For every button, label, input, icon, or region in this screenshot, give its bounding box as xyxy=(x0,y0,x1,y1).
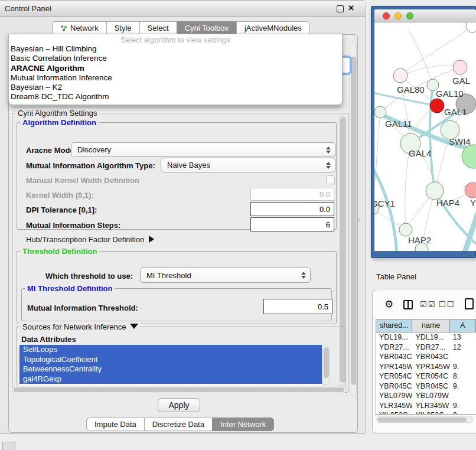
network-edge[interactable] xyxy=(374,112,380,208)
mac-close-icon[interactable] xyxy=(383,12,390,19)
column-header-name[interactable]: name xyxy=(412,319,449,332)
aracne-mode-combo[interactable]: Discovery xyxy=(71,142,335,157)
table-cell: YDR27... xyxy=(412,343,449,353)
bottom-tabstrip: Impute DataDiscretize DataInfer Network xyxy=(86,418,274,431)
network-edge[interactable] xyxy=(409,31,433,85)
data-attribute-item[interactable]: gal4RGexp xyxy=(19,374,322,384)
hub-definition-toggle[interactable]: Hub/Transcription Factor Definition xyxy=(26,235,154,244)
aracne-mode-value: Discovery xyxy=(77,145,111,154)
dpi-tolerance-field[interactable] xyxy=(250,202,334,216)
network-node-y[interactable] xyxy=(465,182,476,198)
control-panel-titlebar[interactable]: Control Panel ✕ xyxy=(0,1,366,17)
expand-right-icon xyxy=(149,236,154,243)
table-cell: YPR145W xyxy=(412,362,449,372)
network-edge[interactable] xyxy=(464,208,476,251)
tab-label: Style xyxy=(115,22,132,34)
algorithm-option[interactable]: ARACNE Algorithm xyxy=(9,64,342,73)
gear-icon[interactable]: ⚙ xyxy=(384,298,393,311)
unchecked-boxes-icon[interactable]: ☐☐ xyxy=(439,300,455,309)
network-node-gal80[interactable] xyxy=(393,69,407,83)
cyni-settings-title: Cyni Algorithm Settings xyxy=(15,109,99,118)
data-attribute-item[interactable]: SelfLoops xyxy=(19,345,322,355)
expand-down-icon xyxy=(130,324,138,329)
network-window[interactable]: GALGAL80GAL10GAL1GAL11GAL4SWI4GCY1HAP4YH… xyxy=(374,9,476,251)
which-threshold-combo[interactable]: MI Threshold xyxy=(140,268,311,283)
table-row[interactable]: YBR045CYBR045C9. xyxy=(376,381,476,392)
table-cell: 12 xyxy=(450,343,476,353)
table-cell xyxy=(450,352,476,362)
combo-arrows-icon xyxy=(326,162,331,169)
control-panel-tabstrip: NetworkStyleSelectCyni ToolboxjActiveMNo… xyxy=(52,21,310,35)
table-row[interactable]: YER054CYER054C8. xyxy=(376,371,476,381)
tab-discretize-data[interactable]: Discretize Data xyxy=(144,418,212,431)
tab-network[interactable]: Network xyxy=(52,21,106,35)
table-row[interactable]: YBR043CYBR043C xyxy=(376,352,476,362)
close-icon[interactable]: ✕ xyxy=(348,4,354,12)
sources-vertical-scrollbar[interactable] xyxy=(322,345,330,385)
column-split-icon[interactable] xyxy=(403,300,413,309)
apply-button[interactable]: Apply xyxy=(158,398,200,412)
network-node-gal1[interactable] xyxy=(430,99,444,113)
network-canvas[interactable]: GALGAL80GAL10GAL1GAL11GAL4SWI4GCY1HAP4YH… xyxy=(374,22,476,251)
table-row[interactable]: YLR345WYLR345W9. xyxy=(376,401,476,411)
mac-zoom-icon[interactable] xyxy=(406,12,413,19)
mi-threshold-field[interactable] xyxy=(263,299,332,314)
table-row[interactable]: YIL052CYIL052C9. xyxy=(376,410,476,415)
tab-infer-network[interactable]: Infer Network xyxy=(212,418,274,431)
tab-cyni-toolbox[interactable]: Cyni Toolbox xyxy=(177,21,236,35)
algorithm-definition-title: Algorithm Definition xyxy=(20,118,99,127)
tab-impute-data[interactable]: Impute Data xyxy=(86,418,144,431)
tab-jactivemnodules[interactable]: jActiveMNodules xyxy=(236,21,310,35)
data-attribute-item[interactable]: TopologicalCoefficient xyxy=(19,355,322,365)
column-header-shared[interactable]: shared... xyxy=(376,319,412,332)
table-row[interactable]: YPR145WYPR145W9. xyxy=(376,362,476,372)
document-icon[interactable] xyxy=(465,298,474,309)
manual-kernel-checkbox[interactable] xyxy=(326,175,335,184)
control-panel-title: Control Panel xyxy=(5,4,51,13)
table-cell: YDR27... xyxy=(376,343,412,353)
mac-minimize-icon[interactable] xyxy=(395,12,402,19)
algorithm-option[interactable]: Mutual Information Inference xyxy=(9,73,342,83)
float-window-icon[interactable] xyxy=(337,5,344,12)
network-node-gal11[interactable] xyxy=(374,106,386,118)
table-cell: YER054C xyxy=(376,371,412,381)
table-row[interactable]: YDR27...YDR27...12 xyxy=(376,343,476,353)
tab-select[interactable]: Select xyxy=(139,21,177,35)
network-node[interactable] xyxy=(466,22,476,32)
mi-type-combo[interactable]: Naive Bayes xyxy=(161,158,335,172)
mi-steps-label: Mutual Information Steps: xyxy=(26,221,120,230)
which-threshold-label: Which threshold to use: xyxy=(45,272,133,281)
table-cell: YLR345W xyxy=(376,401,412,411)
table-row[interactable]: YBL079WYBL079W xyxy=(376,391,476,401)
network-window-titlebar[interactable] xyxy=(374,9,476,22)
network-node-gal[interactable] xyxy=(453,60,467,74)
column-header-A[interactable]: A xyxy=(450,319,476,332)
checked-boxes-icon[interactable]: ☑☑ xyxy=(420,300,436,309)
minimized-panel-button[interactable] xyxy=(2,442,15,450)
network-node-hap2[interactable] xyxy=(399,223,412,236)
algorithm-dropdown-placeholder: Select algorithm to view settings xyxy=(9,34,342,44)
settings-horizontal-scrollbar[interactable] xyxy=(12,386,347,393)
table-cell: YBR043C xyxy=(376,352,412,362)
combo-arrows-icon xyxy=(301,272,306,279)
kernel-width-field[interactable] xyxy=(250,188,334,201)
algorithm-option[interactable]: Basic Correlation Inference xyxy=(9,54,342,63)
tab-label: Select xyxy=(148,22,169,34)
data-attributes-list[interactable]: SelfLoopsTopologicalCoefficientBetweenne… xyxy=(19,345,322,386)
tab-style[interactable]: Style xyxy=(106,21,139,35)
panel-divider-handle[interactable]: ‹ xyxy=(358,216,361,223)
table-horizontal-scrollbar[interactable] xyxy=(376,416,473,423)
network-node-hap4[interactable] xyxy=(426,182,444,200)
algorithm-option[interactable]: Bayesian – K2 xyxy=(9,83,342,92)
node-table: shared...nameAYDL19...YDL19...13YDR27...… xyxy=(376,319,476,415)
mi-steps-field[interactable] xyxy=(250,217,334,231)
network-icon xyxy=(60,25,67,32)
table-row[interactable]: YDL19...YDL19...13 xyxy=(376,332,476,343)
content-vertical-scrollbar[interactable] xyxy=(350,42,357,396)
algorithm-option[interactable]: Dream8 DC_TDC Algorithm xyxy=(9,92,342,102)
table-cell: 13 xyxy=(450,332,476,343)
table-cell: YBR045C xyxy=(412,381,449,392)
sources-group-toggle[interactable]: Sources for Network Inference xyxy=(20,322,141,331)
algorithm-option[interactable]: Bayesian – Hill Climbing xyxy=(9,44,342,54)
data-attribute-item[interactable]: BetweennessCentrality xyxy=(19,364,322,374)
